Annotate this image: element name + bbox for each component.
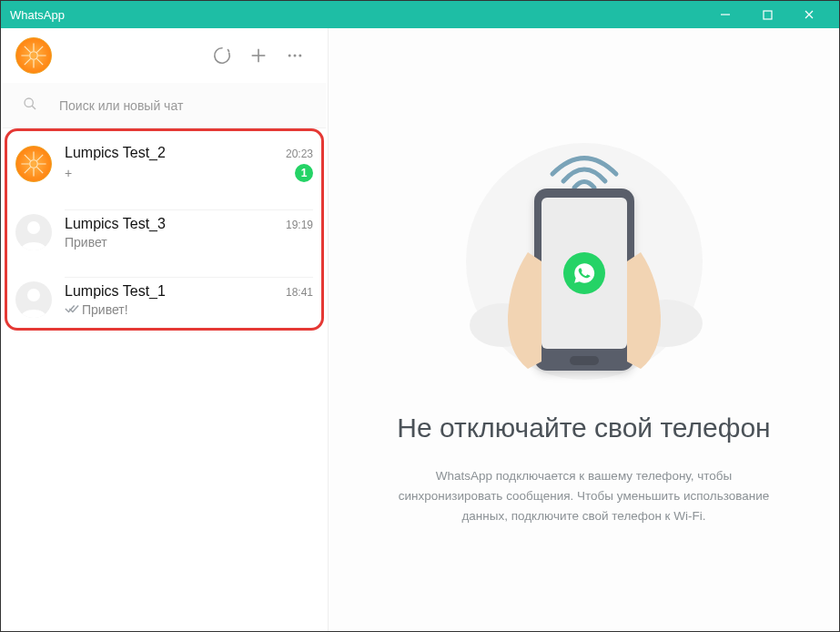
whatsapp-logo-icon	[563, 252, 605, 294]
sidebar-header	[1, 28, 328, 83]
status-button[interactable]	[204, 37, 240, 74]
chat-list: Lumpics Test_2 20:23 + 1	[1, 128, 328, 631]
chat-item-lumpics-test-1[interactable]: Lumpics Test_1 18:41 Привет!	[1, 266, 328, 333]
svg-point-30	[27, 289, 40, 301]
wifi-icon	[543, 138, 625, 196]
svg-point-17	[299, 55, 301, 57]
search-icon	[23, 97, 37, 115]
svg-line-26	[25, 167, 31, 173]
svg-line-19	[32, 106, 35, 109]
chat-avatar	[15, 146, 52, 182]
chat-preview: Привет	[65, 235, 107, 250]
new-chat-button[interactable]	[240, 37, 277, 74]
chat-name: Lumpics Test_3	[65, 216, 166, 232]
window-controls	[704, 1, 830, 28]
double-check-icon	[65, 302, 79, 317]
chat-time: 20:23	[286, 148, 313, 160]
profile-avatar[interactable]	[15, 37, 52, 74]
chat-item-lumpics-test-2[interactable]: Lumpics Test_2 20:23 + 1	[1, 128, 328, 199]
dots-icon	[286, 46, 304, 65]
chat-preview: Привет!	[65, 302, 128, 317]
orange-fruit-icon	[18, 148, 49, 179]
main-subtitle: WhatsApp подключается к вашему телефону,…	[384, 466, 784, 525]
app-window: WhatsApp	[0, 0, 840, 632]
svg-point-16	[294, 55, 297, 57]
menu-button[interactable]	[277, 37, 313, 74]
person-icon	[15, 281, 52, 318]
svg-point-29	[27, 221, 40, 234]
svg-line-10	[25, 58, 31, 65]
sidebar: Lumpics Test_2 20:23 + 1	[1, 28, 329, 631]
orange-fruit-icon	[18, 40, 49, 71]
app-body: Lumpics Test_2 20:23 + 1	[1, 28, 839, 631]
minimize-icon	[720, 9, 731, 20]
unread-badge: 1	[295, 164, 313, 182]
person-icon	[15, 214, 52, 250]
chat-preview: +	[65, 166, 72, 180]
svg-point-4	[30, 52, 38, 60]
titlebar: WhatsApp	[1, 1, 839, 28]
svg-line-27	[36, 167, 43, 173]
svg-line-11	[36, 58, 43, 65]
main-title: Не отключайте свой телефон	[397, 411, 770, 445]
chat-avatar	[15, 281, 52, 318]
chat-name: Lumpics Test_2	[65, 145, 166, 161]
close-button[interactable]	[788, 1, 830, 28]
search-bar	[3, 83, 326, 128]
chat-preview-text: Привет!	[82, 302, 128, 317]
window-title: WhatsApp	[10, 8, 704, 22]
svg-line-9	[36, 46, 43, 53]
phone-illustration	[457, 134, 712, 389]
search-input[interactable]	[59, 98, 313, 113]
svg-point-18	[25, 98, 33, 107]
close-icon	[804, 9, 815, 20]
svg-point-15	[288, 55, 291, 57]
svg-point-20	[30, 159, 38, 168]
chat-time: 18:41	[286, 286, 313, 299]
svg-line-12	[25, 46, 31, 53]
maximize-button[interactable]	[746, 1, 788, 28]
svg-line-28	[25, 154, 31, 160]
hand-left-icon	[491, 252, 546, 371]
chat-avatar	[15, 214, 52, 250]
chat-item-lumpics-test-3[interactable]: Lumpics Test_3 19:19 Привет	[1, 199, 328, 266]
phone-icon	[534, 189, 634, 371]
svg-line-25	[36, 154, 43, 160]
hand-right-icon	[622, 252, 677, 371]
minimize-button[interactable]	[704, 1, 746, 28]
maximize-icon	[763, 10, 773, 20]
plus-icon	[248, 46, 268, 66]
status-icon	[212, 46, 232, 66]
chat-time: 19:19	[286, 219, 313, 231]
main-panel: Не отключайте свой телефон WhatsApp подк…	[329, 28, 839, 631]
svg-rect-1	[764, 11, 772, 19]
chat-name: Lumpics Test_1	[65, 283, 166, 300]
